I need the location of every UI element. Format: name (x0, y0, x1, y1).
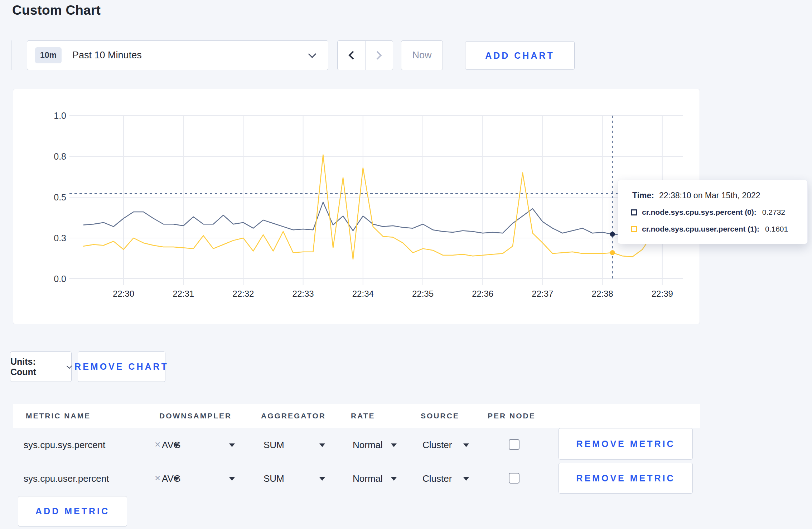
downsampler-select[interactable]: AVG (162, 462, 181, 495)
aggregator-select[interactable]: SUM (264, 428, 284, 462)
svg-text:22:34: 22:34 (352, 289, 374, 299)
per-node-checkbox[interactable] (509, 439, 519, 450)
metric-name-select[interactable]: sys.cpu.user.percent (24, 462, 109, 495)
series-sys-swatch-icon (631, 209, 637, 215)
time-pager (337, 40, 393, 70)
timeseries-chart[interactable]: 1.00.80.50.30.022:3022:3122:3222:3322:34… (13, 89, 700, 325)
tooltip-time-row: Time: 22:38:10 on Mar 15th, 2022 (631, 190, 807, 201)
chevron-left-icon (348, 51, 357, 59)
svg-text:22:38: 22:38 (592, 289, 613, 299)
svg-text:22:35: 22:35 (412, 289, 434, 299)
caret-down-icon[interactable] (463, 477, 469, 481)
svg-text:0.8: 0.8 (54, 151, 66, 161)
toolbar-divider (11, 40, 11, 70)
remove-metric-button[interactable]: REMOVE METRIC (559, 428, 693, 460)
tooltip-series-row: cr.node.sys.cpu.user.percent (1): 0.1601 (631, 224, 807, 234)
metric-row: sys.cpu.sys.percent AVG SUM Normal Clust… (0, 428, 812, 462)
chevron-down-icon (67, 363, 72, 369)
time-range-label: Past 10 Minutes (72, 50, 142, 61)
header-metric-name: METRIC NAME (26, 404, 91, 428)
svg-text:0.5: 0.5 (54, 192, 66, 202)
chevron-down-icon (308, 50, 316, 58)
svg-text:22:36: 22:36 (472, 289, 493, 299)
caret-down-icon[interactable] (391, 477, 397, 481)
header-per-node: PER NODE (488, 404, 536, 428)
svg-text:1.0: 1.0 (54, 111, 66, 121)
caret-down-icon[interactable] (319, 443, 325, 447)
tooltip-time-value: 22:38:10 on Mar 15th, 2022 (659, 191, 760, 200)
time-range-badge: 10m (35, 47, 62, 63)
header-downsampler: DOWNSAMPLER (159, 404, 232, 428)
rate-select[interactable]: Normal (353, 462, 383, 495)
chart-card: 1.00.80.50.30.022:3022:3122:3222:3322:34… (13, 89, 700, 324)
tooltip-series-row: cr.node.sys.cpu.sys.percent (0): 0.2732 (631, 207, 807, 218)
page-title: Custom Chart (12, 3, 101, 18)
aggregator-select[interactable]: SUM (264, 462, 284, 495)
remove-metric-button[interactable]: REMOVE METRIC (559, 463, 693, 494)
caret-down-icon[interactable] (463, 443, 469, 447)
now-button[interactable]: Now (401, 40, 443, 70)
tooltip-series-value: 0.2732 (762, 208, 785, 217)
rate-select[interactable]: Normal (353, 428, 383, 462)
caret-down-icon[interactable] (229, 477, 235, 481)
svg-text:22:33: 22:33 (293, 289, 314, 299)
chart-tooltip: Time: 22:38:10 on Mar 15th, 2022 cr.node… (618, 180, 808, 244)
clear-metric-icon[interactable] (155, 428, 160, 462)
time-range-dropdown[interactable]: 10m Past 10 Minutes (27, 40, 328, 70)
tooltip-series-label: cr.node.sys.cpu.sys.percent (0): (642, 208, 757, 217)
caret-down-icon[interactable] (391, 443, 397, 447)
svg-text:22:31: 22:31 (173, 289, 194, 299)
metric-name-select[interactable]: sys.cpu.sys.percent (24, 428, 105, 462)
header-rate: RATE (351, 404, 375, 428)
series-user-swatch-icon (631, 226, 637, 232)
header-source: SOURCE (421, 404, 459, 428)
svg-text:22:32: 22:32 (232, 289, 254, 299)
svg-text:0.0: 0.0 (54, 274, 66, 284)
prev-timeframe-button[interactable] (338, 41, 365, 70)
metric-row: sys.cpu.user.percent AVG SUM Normal Clus… (0, 462, 812, 495)
chevron-right-icon (373, 51, 382, 59)
svg-text:22:30: 22:30 (113, 289, 134, 299)
source-select[interactable]: Cluster (422, 428, 452, 462)
caret-down-icon[interactable] (319, 477, 325, 481)
add-metric-button[interactable]: ADD METRIC (18, 496, 127, 526)
clear-metric-icon[interactable] (155, 462, 160, 495)
source-select[interactable]: Cluster (422, 462, 452, 495)
svg-text:0.3: 0.3 (54, 233, 66, 243)
metrics-table-header: METRIC NAME DOWNSAMPLER AGGREGATOR RATE … (13, 404, 700, 428)
remove-chart-button[interactable]: REMOVE CHART (78, 351, 165, 382)
svg-text:22:37: 22:37 (532, 289, 553, 299)
units-label: Units: Count (10, 356, 62, 377)
caret-down-icon[interactable] (229, 443, 235, 447)
svg-text:22:39: 22:39 (652, 289, 673, 299)
per-node-checkbox[interactable] (509, 473, 519, 484)
add-chart-button[interactable]: ADD CHART (465, 41, 575, 70)
header-aggregator: AGGREGATOR (261, 404, 326, 428)
downsampler-select[interactable]: AVG (162, 428, 181, 462)
tooltip-series-value: 0.1601 (765, 225, 788, 233)
tooltip-time-label: Time: (632, 191, 654, 200)
units-dropdown[interactable]: Units: Count (10, 351, 72, 382)
tooltip-series-label: cr.node.sys.cpu.user.percent (1): (642, 225, 759, 233)
next-timeframe-button[interactable] (365, 41, 393, 70)
